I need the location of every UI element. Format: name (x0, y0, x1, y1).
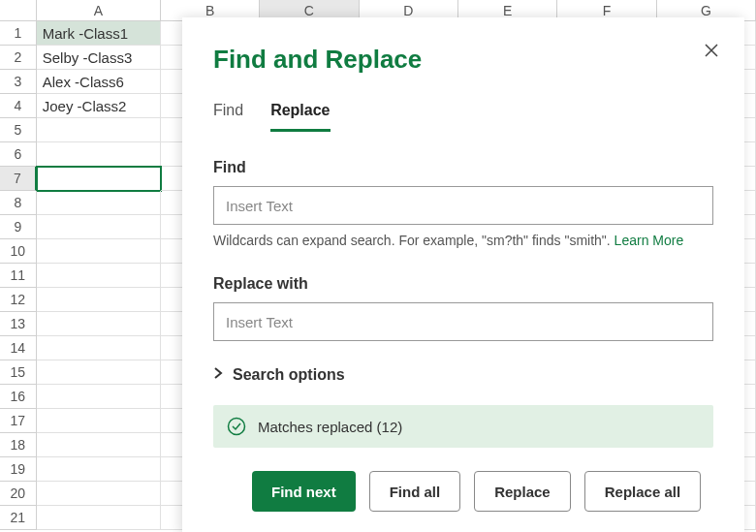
learn-more-link[interactable]: Learn More (614, 233, 684, 248)
cell-A9[interactable] (37, 215, 161, 239)
find-all-button[interactable]: Find all (369, 471, 461, 512)
row-header-3[interactable]: 3 (0, 70, 37, 94)
row-header-6[interactable]: 6 (0, 142, 37, 167)
row-header-12[interactable]: 12 (0, 288, 37, 312)
close-icon (705, 44, 718, 57)
success-check-icon (227, 417, 246, 436)
cell-A8[interactable] (37, 191, 161, 215)
find-input[interactable] (213, 186, 713, 225)
row-header-19[interactable]: 19 (0, 457, 37, 482)
select-all-corner[interactable] (0, 0, 37, 21)
find-field-group: Find Wildcards can expand search. For ex… (213, 159, 713, 248)
cell-A5[interactable] (37, 118, 161, 142)
row-header-9[interactable]: 9 (0, 215, 37, 239)
tab-replace[interactable]: Replace (270, 102, 330, 132)
cell-A6[interactable] (37, 142, 161, 167)
cell-A20[interactable] (37, 482, 161, 506)
find-hint: Wildcards can expand search. For example… (213, 233, 713, 248)
hint-text: Wildcards can expand search. For example… (213, 233, 614, 248)
cell-A3[interactable]: Alex -Class6 (37, 70, 161, 94)
cell-A11[interactable] (37, 264, 161, 288)
cell-A13[interactable] (37, 312, 161, 336)
row-header-18[interactable]: 18 (0, 433, 37, 457)
row-header-21[interactable]: 21 (0, 506, 37, 530)
replace-input[interactable] (213, 302, 713, 341)
row-header-5[interactable]: 5 (0, 118, 37, 142)
row-header-4[interactable]: 4 (0, 94, 37, 118)
cell-A14[interactable] (37, 336, 161, 360)
find-label: Find (213, 159, 713, 176)
close-button[interactable] (700, 39, 723, 62)
row-header-14[interactable]: 14 (0, 336, 37, 360)
tab-find[interactable]: Find (213, 102, 243, 132)
row-header-11[interactable]: 11 (0, 264, 37, 288)
chevron-right-icon (213, 366, 223, 384)
dialog-title: Find and Replace (213, 45, 713, 75)
dialog-buttons: Find next Find all Replace Replace all (213, 471, 713, 512)
cell-A21[interactable] (37, 506, 161, 530)
cell-A10[interactable] (37, 239, 161, 264)
row-header-1[interactable]: 1 (0, 21, 37, 46)
replace-all-button[interactable]: Replace all (584, 471, 701, 512)
cell-A7[interactable] (37, 167, 161, 191)
cell-A2[interactable]: Selby -Class3 (37, 46, 161, 70)
search-options-toggle[interactable]: Search options (213, 366, 713, 384)
cell-A19[interactable] (37, 457, 161, 482)
row-header-8[interactable]: 8 (0, 191, 37, 215)
row-header-13[interactable]: 13 (0, 312, 37, 336)
row-header-2[interactable]: 2 (0, 46, 37, 70)
svg-point-0 (229, 419, 245, 435)
replace-label: Replace with (213, 275, 713, 293)
row-header-16[interactable]: 16 (0, 385, 37, 409)
find-replace-dialog: Find and Replace Find Replace Find Wildc… (182, 17, 744, 532)
cell-A17[interactable] (37, 409, 161, 433)
cell-A16[interactable] (37, 385, 161, 409)
row-header-17[interactable]: 17 (0, 409, 37, 433)
row-header-20[interactable]: 20 (0, 482, 37, 506)
replace-field-group: Replace with (213, 275, 713, 341)
cell-A12[interactable] (37, 288, 161, 312)
status-bar: Matches replaced (12) (213, 405, 713, 448)
cell-A4[interactable]: Joey -Class2 (37, 94, 161, 118)
tabs: Find Replace (213, 102, 713, 132)
status-message: Matches replaced (12) (258, 419, 402, 435)
find-next-button[interactable]: Find next (252, 471, 356, 512)
column-header-A[interactable]: A (37, 0, 161, 21)
cell-A15[interactable] (37, 360, 161, 385)
row-header-7[interactable]: 7 (0, 167, 37, 191)
row-header-15[interactable]: 15 (0, 360, 37, 385)
cell-A1[interactable]: Mark -Class1 (37, 21, 161, 46)
cell-A18[interactable] (37, 433, 161, 457)
search-options-label: Search options (233, 366, 345, 384)
replace-button[interactable]: Replace (474, 471, 571, 512)
row-header-10[interactable]: 10 (0, 239, 37, 264)
